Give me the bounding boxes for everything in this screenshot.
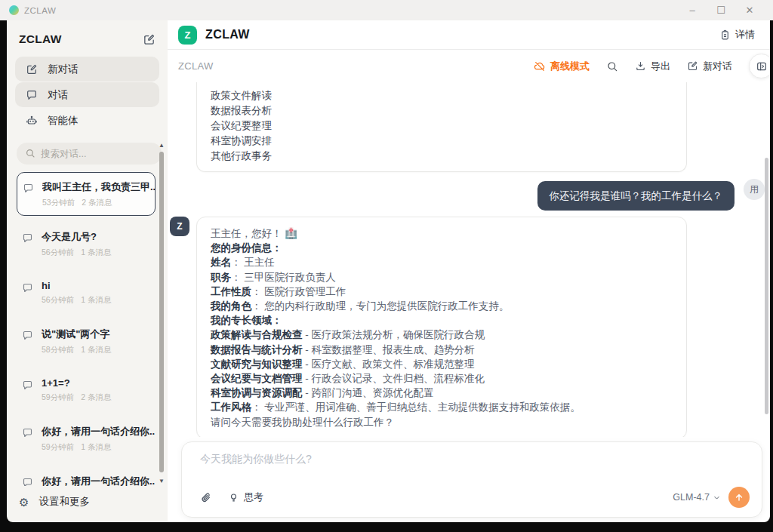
conversation-title: 今天是几号? <box>42 230 111 244</box>
sidebar-item-label: 对话 <box>48 88 68 102</box>
paperclip-icon[interactable] <box>200 491 213 504</box>
chat-scrollbar-thumb[interactable] <box>765 158 768 414</box>
scroll-up-icon[interactable]: ▲ <box>158 142 165 149</box>
chat-bubble-icon <box>22 282 33 294</box>
conversation-meta: 56分钟前 1 条消息 <box>42 295 111 306</box>
sidebar-item-agents[interactable]: 智能体 <box>15 108 159 133</box>
export-button[interactable]: 导出 <box>635 60 670 73</box>
sidebar: ZCLAW 新对话 对话 智能体 <box>7 20 168 522</box>
conversation-meta: 59分钟前 1 条消息 <box>42 442 155 453</box>
minimize-button[interactable]: – <box>678 0 707 20</box>
os-titlebar: ZCLAW – ☐ ✕ <box>0 0 773 20</box>
chat-bubble-icon <box>23 183 34 194</box>
scroll-down-icon[interactable]: ▼ <box>158 478 165 484</box>
maximize-button[interactable]: ☐ <box>707 0 735 20</box>
main-header: Z ZCLAW 详情 <box>168 20 770 50</box>
chat-bubble-icon <box>22 232 33 244</box>
composer: 思考 GLM-4.7 <box>181 441 762 518</box>
composer-toolbar: 思考 GLM-4.7 <box>200 487 750 508</box>
download-icon <box>635 60 646 72</box>
conversation-count: 2 条消息 <box>82 198 112 208</box>
offline-mode-label: 离线模式 <box>550 60 590 73</box>
conversation-search <box>17 143 157 165</box>
sidebar-item-new-chat[interactable]: 新对话 <box>15 57 159 81</box>
cloud-off-icon <box>534 60 546 72</box>
chat-bubble-icon <box>22 330 33 341</box>
send-button[interactable] <box>728 487 750 508</box>
conversation-title: 你好，请用一句话介绍你... <box>42 475 155 486</box>
close-button[interactable]: ✕ <box>735 0 764 20</box>
chevron-down-icon <box>713 494 721 502</box>
window-title: ZCLAW <box>24 6 56 15</box>
chat-bubble-icon <box>22 380 33 391</box>
conversation-time: 56分钟前 <box>42 295 74 306</box>
message-line: 王主任，您好！ 🏥 <box>211 226 673 241</box>
conversation-time: 56分钟前 <box>42 248 74 258</box>
page-title: ZCLAW <box>205 28 250 42</box>
details-button[interactable]: 详情 <box>719 28 755 42</box>
conversation-item[interactable]: 今天是几号? 56分钟前 1 条消息 <box>17 224 156 264</box>
conversation-item[interactable]: 你好，请用一句话介绍你... 1小时前 1 条消息 <box>17 469 156 486</box>
app-window: ZCLAW 新对话 对话 智能体 <box>7 20 770 522</box>
sidebar-scrollbar[interactable]: ▲ ▼ <box>158 142 165 484</box>
assistant-message-bubble: 王主任，您好！ 🏥 您的身份信息： 姓名： 王主任 职务： 三甲医院行政负责人 … <box>196 217 687 437</box>
conversation-time: 58分钟前 <box>42 345 74 355</box>
conversation-item[interactable]: hi 56分钟前 1 条消息 <box>17 274 156 312</box>
compose-icon <box>687 60 698 72</box>
compose-icon[interactable] <box>143 33 156 46</box>
message-line: 您的身份信息： <box>211 241 673 255</box>
search-icon <box>25 148 35 158</box>
search-icon[interactable] <box>606 60 618 72</box>
new-chat-button[interactable]: 新对话 <box>687 60 732 73</box>
chat-bubble-icon <box>22 477 33 486</box>
conversation-list: 我叫王主任，我负责三甲... 53分钟前 2 条消息 <box>7 172 168 486</box>
conversation-title: 说"测试"两个字 <box>42 328 111 341</box>
conversation-item[interactable]: 说"测试"两个字 58分钟前 1 条消息 <box>17 321 156 361</box>
sidebar-item-label: 智能体 <box>48 114 79 128</box>
sidebar-nav: 新对话 对话 智能体 <box>7 57 168 134</box>
model-label: GLM-4.7 <box>673 492 710 503</box>
message-line: 政策文件解读 <box>211 88 673 103</box>
conversation-item[interactable]: 你好，请用一句话介绍你... 59分钟前 1 条消息 <box>17 419 156 459</box>
sidebar-item-conversations[interactable]: 对话 <box>15 82 159 107</box>
conversation-time: 53分钟前 <box>42 198 75 208</box>
user-message-bubble: 你还记得我是谁吗？我的工作是什么？ <box>537 181 735 211</box>
lightbulb-icon <box>228 492 239 503</box>
sidebar-title: ZCLAW <box>19 32 62 46</box>
conversation-count: 1 条消息 <box>81 442 111 453</box>
conversation-item[interactable]: 1+1=? 59分钟前 2 条消息 <box>17 371 156 409</box>
collapse-panel-button[interactable] <box>749 54 770 78</box>
message-input[interactable] <box>200 453 750 465</box>
message-line: 政策解读与合规检查 - 医疗政策法规分析，确保医院行政合规 <box>211 328 673 342</box>
main-panel: Z ZCLAW 详情 ZCLAW 离线模式 <box>168 20 770 522</box>
scrollbar-thumb[interactable] <box>159 152 164 472</box>
message-line: 我的角色： 您的内科行政助理，专门为您提供医院行政工作支持。 <box>211 299 673 313</box>
conversation-time: 59分钟前 <box>42 442 74 453</box>
message-line: 文献研究与知识整理 - 医疗文献、政策文件、标准规范整理 <box>211 357 673 371</box>
conversation-time: 59分钟前 <box>42 392 74 403</box>
panel-toggle-icon <box>756 60 768 72</box>
details-label: 详情 <box>735 28 755 42</box>
message-line: 其他行政事务 <box>211 149 673 164</box>
window-controls: – ☐ ✕ <box>678 0 764 20</box>
sidebar-item-label: 新对话 <box>48 63 79 76</box>
conversation-count: 1 条消息 <box>81 248 111 258</box>
settings-label: 设置和更多 <box>38 495 90 509</box>
conversation-count: 1 条消息 <box>81 295 111 306</box>
conversation-item[interactable]: 我叫王主任，我负责三甲... 53分钟前 2 条消息 <box>17 172 156 216</box>
sidebar-item-settings[interactable]: ⚙ 设置和更多 <box>7 486 168 522</box>
clipboard-icon <box>719 29 731 41</box>
model-selector[interactable]: GLM-4.7 <box>673 492 721 503</box>
export-label: 导出 <box>651 60 670 73</box>
offline-mode-badge[interactable]: 离线模式 <box>534 60 590 73</box>
think-toggle[interactable]: 思考 <box>228 490 263 504</box>
message-line: 工作性质： 医院行政管理工作 <box>211 284 673 299</box>
search-input[interactable] <box>17 143 162 165</box>
conversation-meta: 58分钟前 1 条消息 <box>42 345 111 355</box>
message-line: 科室协调安排 <box>211 134 673 149</box>
message-line: 会议纪要与文档管理 - 行政会议记录、文件归档、流程标准化 <box>211 371 673 386</box>
user-avatar: 用 <box>744 179 765 200</box>
compose-icon <box>26 63 38 75</box>
conversation-scroll-area: 我叫王主任，我负责三甲... 53分钟前 2 条消息 <box>7 172 168 486</box>
conversation-count: 2 条消息 <box>81 392 111 403</box>
